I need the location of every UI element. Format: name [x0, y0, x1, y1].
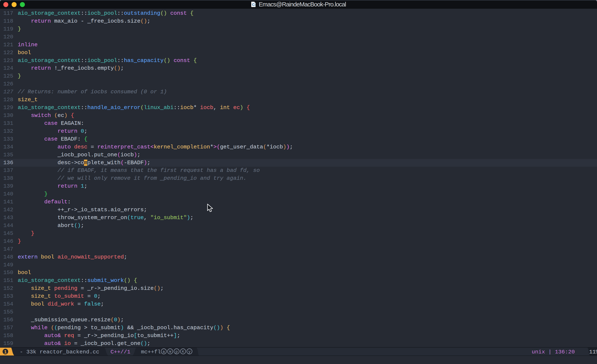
svg-text:11%: 11% [589, 349, 597, 355]
svg-text:C: C [252, 3, 255, 7]
svg-text:C++//1: C++//1 [110, 349, 130, 355]
svg-text:|: | [548, 349, 552, 355]
svg-text:K: K [182, 350, 184, 354]
svg-text:mc++fl: mc++fl [141, 349, 161, 355]
svg-text:y: y [189, 350, 191, 354]
svg-text:1: 1 [4, 349, 7, 355]
svg-text:a: a [163, 350, 165, 354]
svg-text:136:20: 136:20 [555, 349, 575, 355]
svg-text:W: W [169, 350, 171, 354]
svg-text:unix: unix [532, 349, 545, 355]
svg-text:p: p [176, 350, 178, 354]
svg-text:- 33k reactor_backend.cc: - 33k reactor_backend.cc [20, 349, 99, 355]
